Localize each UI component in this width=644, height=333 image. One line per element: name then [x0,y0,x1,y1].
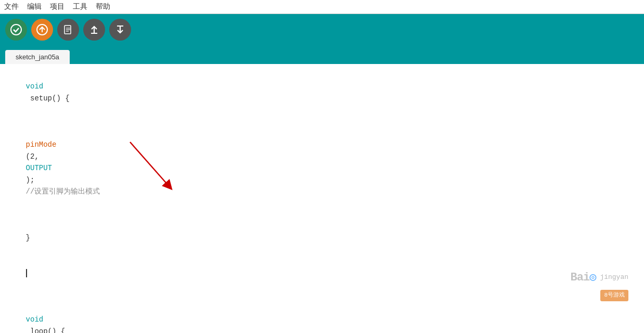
menu-edit[interactable]: 编辑 [27,2,42,11]
upload-button[interactable] [31,19,53,41]
code-line-2: pinMode (2, OUTPUT ); //设置引脚为输出模式 [8,116,636,209]
toolbar [0,14,644,45]
code-args-2: (2, [26,152,44,161]
badge-row: 8号游戏 [600,290,628,301]
keyword-void-2: void [26,315,44,324]
badge-youxi: 8号游戏 [600,290,628,301]
menu-project[interactable]: 项目 [50,2,65,11]
code-editor[interactable]: void setup() { pinMode (2, OUTPUT ); //设… [0,64,644,332]
save-button[interactable] [109,19,131,41]
code-line-3 [8,209,636,221]
code-semi-2: ); [26,176,39,184]
code-indent-2 [26,129,35,137]
menu-file[interactable]: 文件 [4,2,19,11]
code-line-1: void setup() { [8,69,636,116]
watermark: Bai◎ jingyan 8号游戏 [571,268,628,301]
menu-bar: 文件 编辑 项目 工具 帮助 [0,0,644,14]
upload-icon [36,24,48,35]
open-button[interactable] [83,19,105,41]
svg-point-0 [11,24,21,35]
menu-tools[interactable]: 工具 [73,2,87,11]
keyword-void-1: void [26,82,44,91]
save-icon [114,24,126,35]
code-text-7: loop() { [26,327,66,333]
verify-button[interactable] [5,19,27,41]
comment-2: //设置引脚为输出模式 [26,187,100,196]
cursor-bar [26,269,31,277]
const-output: OUTPUT [26,164,52,172]
menu-help[interactable]: 帮助 [96,2,110,11]
closing-brace-1: } [26,234,30,242]
open-icon [88,24,100,35]
code-line-5 [8,255,636,290]
verify-icon [10,24,22,35]
new-icon [62,24,74,35]
code-line-7: void loop() { [8,302,636,333]
code-line-4: } [8,221,636,255]
tab-sketch[interactable]: sketch_jan05a [5,50,70,64]
jingyan-text: jingyan [600,272,628,283]
tab-bar: sketch_jan05a [0,45,644,64]
fn-pinmode: pinMode [26,140,57,149]
new-button[interactable] [57,19,79,41]
baidu-logo: Bai◎ [571,268,596,287]
code-line-6 [8,290,636,302]
code-text-1: setup() { [26,94,70,103]
